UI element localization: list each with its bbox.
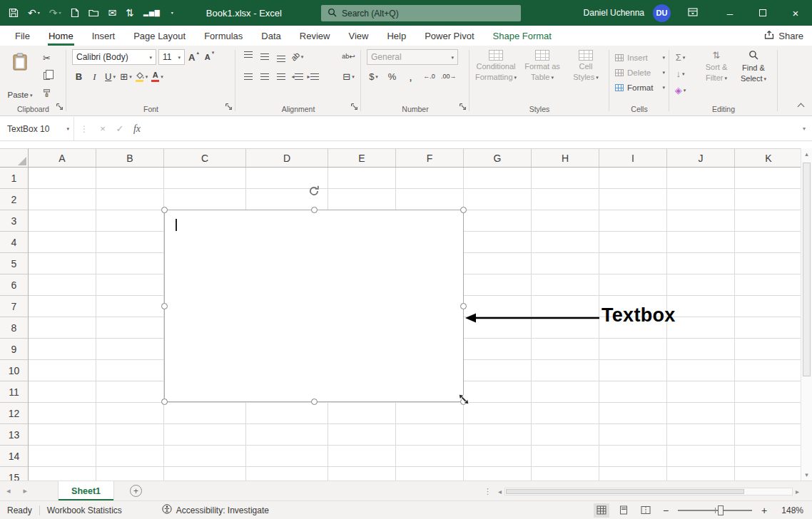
tab-review[interactable]: Review xyxy=(290,26,340,46)
column-header-D[interactable]: D xyxy=(246,149,328,167)
row-header-8[interactable]: 8 xyxy=(0,317,28,339)
underline-button[interactable]: U▾ xyxy=(103,69,117,84)
previous-sheet-icon[interactable]: ◂ xyxy=(0,486,17,495)
row-header-5[interactable]: 5 xyxy=(0,253,28,274)
horizontal-scroll-thumb[interactable] xyxy=(506,489,744,494)
insert-function-button[interactable]: fx xyxy=(128,117,146,140)
column-header-A[interactable]: A xyxy=(29,149,96,167)
row-header-1[interactable]: 1 xyxy=(0,168,28,189)
font-color-button[interactable]: A ▾ xyxy=(151,69,164,84)
italic-button[interactable]: I xyxy=(88,69,101,84)
currency-format-button[interactable]: $▾ xyxy=(367,69,380,84)
tab-power-pivot[interactable]: Power Pivot xyxy=(415,26,483,46)
row-header-4[interactable]: 4 xyxy=(0,232,28,253)
maximize-button[interactable] xyxy=(746,0,779,26)
save-icon[interactable] xyxy=(9,8,19,18)
increase-decimal-button[interactable]: ←.0 xyxy=(422,69,436,84)
wrap-text-button[interactable]: ab↩ xyxy=(342,49,355,64)
bottom-align-button[interactable] xyxy=(274,49,288,64)
resize-handle-top-right[interactable] xyxy=(460,207,467,213)
undo-button[interactable]: ↶▾ xyxy=(28,8,40,18)
horizontal-scrollbar[interactable]: ◂ ▸ xyxy=(498,481,799,501)
autosum-button[interactable]: Σ▾ xyxy=(674,50,687,65)
row-header-2[interactable]: 2 xyxy=(0,189,28,210)
number-format-combo[interactable]: General ▾ xyxy=(367,49,458,65)
decrease-decimal-button[interactable]: .00→ xyxy=(441,69,457,84)
enter-formula-button[interactable]: ✓ xyxy=(111,117,128,140)
orientation-button[interactable]: ab▾ xyxy=(290,49,304,64)
column-header-K[interactable]: K xyxy=(735,149,801,167)
tab-home[interactable]: Home xyxy=(39,26,83,46)
middle-align-button[interactable] xyxy=(258,49,272,64)
accessibility-button[interactable]: Accessibility: Investigate xyxy=(155,501,276,519)
close-button[interactable]: × xyxy=(779,0,812,26)
ribbon-display-options-button[interactable] xyxy=(681,0,705,26)
align-center-button[interactable] xyxy=(258,69,272,84)
vertical-scroll-thumb[interactable] xyxy=(803,163,811,376)
format-painter-button[interactable] xyxy=(40,86,54,101)
tab-shape-format[interactable]: Shape Format xyxy=(484,26,561,46)
sort-filter-button[interactable]: ⇅ Sort & Filter▾ xyxy=(698,46,735,84)
name-box[interactable]: TextBox 10 ▾ xyxy=(0,117,74,140)
minimize-button[interactable]: – xyxy=(714,0,746,26)
tab-file[interactable]: File xyxy=(6,26,39,46)
increase-font-size-button[interactable]: A▴ xyxy=(187,50,201,65)
align-left-button[interactable] xyxy=(241,69,255,84)
row-header-12[interactable]: 12 xyxy=(0,403,28,424)
row-header-15[interactable]: 15 xyxy=(0,467,28,481)
search-box[interactable] xyxy=(321,5,521,21)
column-header-E[interactable]: E xyxy=(328,149,396,167)
borders-button[interactable]: ⊞▾ xyxy=(119,69,133,84)
scroll-down-icon[interactable]: ▾ xyxy=(801,471,812,478)
decrease-indent-button[interactable]: ◂ xyxy=(290,69,304,84)
alignment-dialog-launcher[interactable] xyxy=(350,103,358,113)
increase-indent-button[interactable]: ▸ xyxy=(306,69,320,84)
row-header-11[interactable]: 11 xyxy=(0,381,28,403)
redo-button[interactable]: ↷▾ xyxy=(49,8,61,18)
workbook-statistics-button[interactable]: Workbook Statistics xyxy=(40,501,129,519)
row-header-14[interactable]: 14 xyxy=(0,446,28,467)
comma-format-button[interactable]: , xyxy=(404,69,417,84)
column-header-H[interactable]: H xyxy=(532,149,599,167)
formula-input[interactable] xyxy=(146,117,796,140)
decrease-font-size-button[interactable]: A▾ xyxy=(203,50,216,65)
vertical-scrollbar[interactable]: ▴ ▾ xyxy=(801,148,812,481)
fill-color-button[interactable]: ▾ xyxy=(135,69,148,84)
new-file-icon[interactable] xyxy=(71,8,79,18)
zoom-out-button[interactable]: − xyxy=(660,505,671,516)
account-area[interactable]: Daniel Uchenna DU xyxy=(584,0,671,26)
scroll-right-icon[interactable]: ▸ xyxy=(796,488,799,495)
row-header-7[interactable]: 7 xyxy=(0,296,28,317)
clipboard-dialog-launcher[interactable] xyxy=(56,103,64,113)
tab-bar-splitter[interactable]: ⋮ xyxy=(484,481,492,501)
horizontal-scroll-track[interactable] xyxy=(504,488,793,495)
resize-handle-top-left[interactable] xyxy=(161,207,168,213)
next-sheet-icon[interactable]: ▸ xyxy=(17,486,34,495)
zoom-slider[interactable] xyxy=(678,505,752,515)
fill-button[interactable]: ↓▾ xyxy=(674,66,687,81)
column-header-C[interactable]: C xyxy=(164,149,246,167)
zoom-thumb[interactable] xyxy=(718,505,724,515)
resize-handle-middle-right[interactable] xyxy=(460,303,467,309)
font-size-combo[interactable]: 11 ▾ xyxy=(158,49,185,65)
search-input[interactable] xyxy=(342,9,514,19)
sort-ascending-icon[interactable]: ⇅ xyxy=(126,8,134,18)
insert-cells-button[interactable]: Insert ▾ xyxy=(609,50,669,65)
tab-formulas[interactable]: Formulas xyxy=(195,26,252,46)
align-right-button[interactable] xyxy=(274,69,288,84)
resize-handle-top-middle[interactable] xyxy=(311,207,318,213)
clear-button[interactable]: ◈▾ xyxy=(674,83,687,98)
customize-qat-caret-icon[interactable]: ▾ xyxy=(171,11,173,15)
paste-button[interactable]: Paste▾ xyxy=(4,49,36,103)
textbox-shape[interactable] xyxy=(164,210,464,402)
percent-format-button[interactable]: % xyxy=(385,69,399,84)
chart-icon[interactable]: ▂▅▇ xyxy=(143,10,161,16)
resize-handle-bottom-left[interactable] xyxy=(161,399,168,405)
column-header-G[interactable]: G xyxy=(464,149,532,167)
resize-handle-middle-left[interactable] xyxy=(161,303,168,309)
column-header-J[interactable]: J xyxy=(667,149,735,167)
expand-formula-bar-icon[interactable]: ▾ xyxy=(796,125,812,132)
number-dialog-launcher[interactable] xyxy=(459,103,467,113)
row-header-9[interactable]: 9 xyxy=(0,339,28,360)
tab-help[interactable]: Help xyxy=(377,26,415,46)
